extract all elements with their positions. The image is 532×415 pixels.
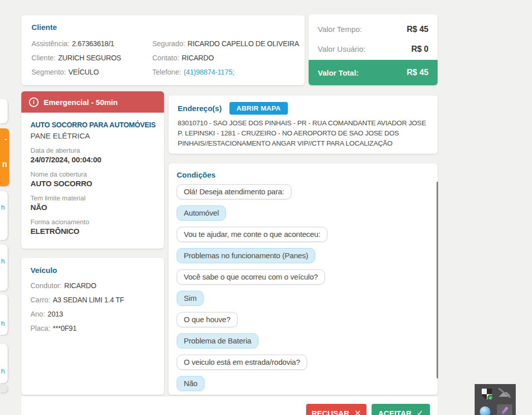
open-map-button[interactable]: ABRIR MAPA — [229, 102, 288, 115]
chat-message-user: Problemas no funcionamento (Panes) — [177, 248, 315, 263]
client-fields-column-1: Assistência:2.67363618/1 Cliente:ZURICH … — [31, 37, 121, 79]
info-icon: i — [29, 97, 39, 107]
vehicle-card: Veículo Condutor:RICARDO Carro:A3 SEDAN … — [21, 258, 164, 395]
client-field: Cliente:ZURICH SEGUROS — [31, 51, 121, 65]
vehicle-fields: Condutor:RICARDO Carro:A3 SEDAN LIMI 1.4… — [30, 279, 155, 335]
assistance-field: Assistência:2.67363618/1 — [31, 37, 121, 51]
vehicle-card-title: Veículo — [30, 266, 155, 274]
background-list-card[interactable] — [0, 385, 8, 393]
card-link-fragment: h — [1, 257, 5, 265]
pen-tool-icon — [501, 406, 508, 414]
browser-sphere-icon[interactable] — [480, 406, 490, 415]
client-card-title: Cliente — [31, 23, 294, 31]
client-fields-column-2: Segurado:RICARDO CAPELLO DE OLIVEIRA Con… — [152, 37, 299, 79]
tray-icon-highlight[interactable] — [497, 404, 512, 415]
chat-message-bot: O veiculo está em estrada/rodovia? — [177, 355, 307, 370]
car-field: Carro:A3 SEDAN LIMI 1.4 TF — [30, 293, 155, 307]
card-link-fragment: h — [1, 320, 5, 327]
accept-button[interactable]: ACEITAR ✓ — [372, 404, 430, 415]
service-problem: PANE ELÉTRICA — [30, 131, 155, 140]
chat-message-user: Problema de Bateria — [177, 333, 258, 349]
chat-message-user: Automóvel — [177, 205, 226, 221]
chat-message-bot: O que houve? — [177, 312, 238, 327]
background-list-card[interactable]: h — [0, 245, 8, 291]
service-card: AUTO SOCORRO PARA AUTOMÓVEIS PANE ELÉTRI… — [21, 113, 164, 249]
conditions-card-title: Condições — [177, 170, 429, 179]
chat-message-user: Não — [177, 376, 205, 391]
open-date-field: Data de abertura 24/07/2024, 00:04:00 — [30, 147, 155, 164]
card-text-fragment: - — [5, 134, 7, 143]
address-card: Endereço(s) ABRIR MAPA 83010710 - SAO JO… — [169, 95, 438, 154]
chat-message-bot: Olá! Deseja atendimento para: — [177, 184, 291, 199]
coverage-name-field: Nome da cobertura AUTO SOCORRO — [30, 170, 155, 188]
conditions-card: Condições Olá! Deseja atendimento para: … — [169, 163, 438, 395]
value-time-row: Valor Tempo: R$ 45 — [318, 19, 428, 39]
card-text-fragment: n — [2, 160, 7, 169]
emergency-banner: i Emergencial - 50min — [21, 91, 164, 113]
chat-message-bot: Você sabe o que ocorreu com o veículo? — [177, 269, 325, 285]
address-card-title: Endereço(s) — [178, 104, 222, 113]
insured-field: Segurado:RICARDO CAPELLO DE OLIVEIRA — [152, 37, 299, 51]
reject-button[interactable]: RECUSAR ✕ — [306, 404, 367, 415]
card-link-fragment: h — [1, 203, 5, 211]
chat-message-user: Sim — [177, 291, 204, 306]
contact-field: Contato:RICARDO — [152, 51, 299, 65]
close-icon: ✕ — [354, 408, 361, 415]
background-list-card[interactable] — [0, 99, 8, 123]
plate-field: Placa:***0F91 — [30, 321, 155, 335]
year-field: Ano:2013 — [30, 307, 155, 321]
check-badge-icon: ✓ — [487, 395, 493, 401]
service-name: AUTO SOCORRO PARA AUTOMÓVEIS — [30, 121, 155, 129]
background-list-card[interactable]: h — [0, 344, 8, 383]
address-text: 83010710 - SAO JOSE DOS PINHAIS - PR - R… — [178, 118, 428, 149]
system-tray-popup: ✓ ☁ — [475, 384, 516, 415]
value-user-row: Valor Usuário: R$ 0 — [318, 39, 428, 59]
emergency-banner-label: Emergencial - 50min — [44, 98, 118, 107]
phone-field: Telefone:(41)98874-1175; — [152, 65, 299, 79]
driver-field: Condutor:RICARDO — [30, 279, 155, 293]
chat-history: Olá! Deseja atendimento para: Automóvel … — [177, 184, 429, 391]
client-card: Cliente Assistência:2.67363618/1 Cliente… — [21, 15, 305, 85]
value-total-bar: Valor Total: R$ 45 — [309, 60, 438, 85]
background-list-card-selected[interactable]: - n — [0, 128, 9, 186]
footer-action-bar: RECUSAR ✕ ACEITAR ✓ — [21, 396, 438, 415]
activation-type-field: Forma acionamento ELETRÔNICO — [30, 218, 155, 235]
card-link-fragment: h — [1, 367, 5, 375]
check-icon: ✓ — [417, 408, 423, 415]
background-list-card[interactable]: h — [0, 294, 8, 335]
chat-message-bot: Vou te ajudar, me conte o que aconteceu: — [177, 227, 327, 242]
material-limit-field: Tem limite material NÃO — [30, 194, 155, 212]
values-card: Valor Tempo: R$ 45 Valor Usuário: R$ 0 V… — [309, 14, 438, 85]
phone-link[interactable]: (41)98874-1175; — [184, 68, 235, 76]
segment-field: Segmento:VEÍCULO — [31, 65, 121, 79]
conditions-scrollbar[interactable] — [437, 182, 438, 378]
background-list-card[interactable]: h — [0, 191, 8, 240]
